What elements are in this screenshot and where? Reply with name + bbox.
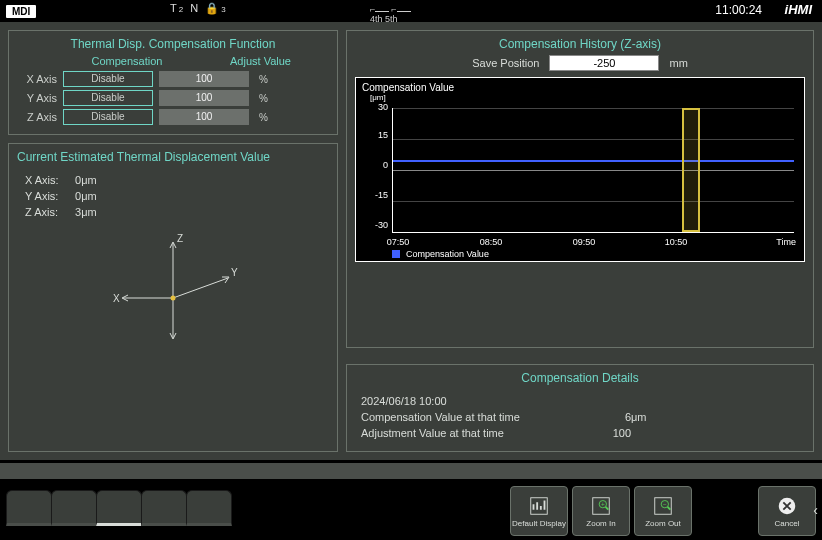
chart-unit: [μm] (370, 93, 798, 102)
panel-title: Current Estimated Thermal Displacement V… (17, 150, 329, 164)
estimated-displacement-panel: Current Estimated Thermal Displacement V… (8, 143, 338, 452)
xtick: 08:50 (480, 237, 503, 247)
chart-title: Compensation Value (362, 82, 798, 93)
y-adjust-input[interactable]: 100 (159, 90, 249, 106)
x-compensation-toggle[interactable]: Disable (63, 71, 153, 87)
detail-label: Adjustment Value at that time (361, 425, 581, 441)
xtick: 09:50 (573, 237, 596, 247)
unit-um: μm (631, 409, 647, 425)
unit-mm: mm (669, 57, 687, 69)
lock-icon: 🔒 (205, 2, 219, 15)
x-axis-label: Time (776, 237, 796, 247)
brand-logo: iHMI (785, 2, 812, 17)
axis-row-z: Z Axis Disable 100 % (17, 109, 329, 125)
unit-percent: % (259, 74, 268, 85)
chart-icon (528, 495, 550, 517)
ytick: 15 (362, 130, 388, 140)
close-icon (776, 495, 798, 517)
detail-label: Compensation Value at that time (361, 409, 581, 425)
unit-um: μm (81, 206, 97, 218)
footer-toolbar: Default Display + Zoom In − Zoom Out Can… (0, 480, 822, 540)
axis-label: X Axis (17, 73, 57, 85)
detail-value: 6 (581, 409, 631, 425)
axis-row-y: Y Axis Disable 100 % (17, 90, 329, 106)
status-indicators: T2 N 🔒3 (170, 2, 226, 15)
status-bar: MDI T2 N 🔒3 ⌐⌐ 4th 5th 11:00:24 iHMI (0, 0, 822, 22)
panel-title: Compensation History (Z-axis) (355, 37, 805, 51)
zoom-in-button[interactable]: + Zoom In (572, 486, 630, 536)
compensation-chart[interactable]: Compensation Value [μm] 30 15 0 -15 -30 (355, 77, 805, 262)
x-adjust-input[interactable]: 100 (159, 71, 249, 87)
est-x-label: X Axis: (25, 172, 75, 188)
default-display-button[interactable]: Default Display (510, 486, 568, 536)
axis-y-label: Y (231, 267, 238, 278)
cancel-button[interactable]: Cancel (758, 486, 816, 536)
unit-um: μm (81, 174, 97, 186)
est-z-label: Z Axis: (25, 204, 75, 220)
est-y-label: Y Axis: (25, 188, 75, 204)
compensation-function-panel: Thermal Disp. Compensation Function Comp… (8, 30, 338, 135)
svg-line-3 (173, 278, 228, 298)
chevron-left-icon[interactable]: ‹ (813, 502, 818, 518)
ruler-indicator: ⌐⌐ 4th 5th (370, 4, 413, 24)
column-header-adjust: Adjust Value (192, 55, 329, 67)
z-compensation-toggle[interactable]: Disable (63, 109, 153, 125)
ytick: 0 (362, 160, 388, 170)
axis-z-label: Z (177, 233, 183, 244)
unit-percent: % (259, 112, 268, 123)
xtick: 07:50 (387, 237, 410, 247)
detail-value: 100 (581, 425, 631, 441)
compensation-details-panel: Compensation Details 2024/06/18 10:00 Co… (346, 364, 814, 452)
panel-title: Thermal Disp. Compensation Function (17, 37, 329, 51)
details-timestamp: 2024/06/18 10:00 (361, 393, 799, 409)
svg-text:+: + (601, 500, 605, 507)
axis-label: Y Axis (17, 92, 57, 104)
tab-group (6, 490, 231, 526)
chart-legend: Compensation Value (392, 249, 489, 259)
ytick: -30 (362, 220, 388, 230)
clock: 11:00:24 (715, 3, 762, 17)
zoom-out-button[interactable]: − Zoom Out (634, 486, 692, 536)
y-compensation-toggle[interactable]: Disable (63, 90, 153, 106)
xtick: 10:50 (665, 237, 688, 247)
svg-text:−: − (663, 500, 667, 507)
message-strip (0, 462, 822, 480)
svg-point-4 (171, 296, 176, 301)
save-position-label: Save Position (472, 57, 539, 69)
zoom-out-icon: − (652, 495, 674, 517)
legend-swatch (392, 250, 400, 258)
tab-2[interactable] (51, 490, 97, 526)
ytick: -15 (362, 190, 388, 200)
save-position-input[interactable]: -250 (549, 55, 659, 71)
compensation-history-panel: Compensation History (Z-axis) Save Posit… (346, 30, 814, 348)
column-header-compensation: Compensation (62, 55, 192, 67)
panel-title: Compensation Details (355, 371, 805, 385)
ytick: 30 (362, 102, 388, 112)
tab-5[interactable] (186, 490, 232, 526)
z-adjust-input[interactable]: 100 (159, 109, 249, 125)
zoom-in-icon: + (590, 495, 612, 517)
tab-1[interactable] (6, 490, 52, 526)
axis-label: Z Axis (17, 111, 57, 123)
tab-4[interactable] (141, 490, 187, 526)
tab-3[interactable] (96, 490, 142, 526)
axis-diagram: Z Y X (17, 228, 329, 348)
unit-um: μm (81, 190, 97, 202)
svg-line-8 (606, 506, 609, 509)
svg-line-12 (668, 506, 671, 509)
axis-x-label: X (113, 293, 120, 304)
axis-row-x: X Axis Disable 100 % (17, 71, 329, 87)
unit-percent: % (259, 93, 268, 104)
mode-badge: MDI (6, 5, 36, 18)
